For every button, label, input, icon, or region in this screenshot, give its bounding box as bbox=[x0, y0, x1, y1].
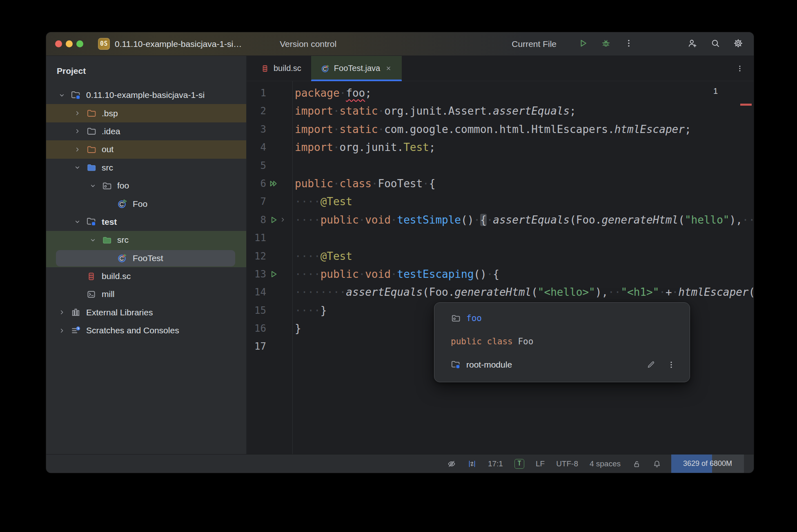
tree-item-foo[interactable]: Foo bbox=[46, 195, 246, 213]
code-text: public·class·FooTest·{ bbox=[292, 175, 435, 193]
line-number: 4 bbox=[247, 138, 266, 156]
chevron-down-icon[interactable] bbox=[58, 92, 65, 99]
tree-item-out[interactable]: out bbox=[46, 140, 246, 158]
indent-size[interactable]: 4 spaces bbox=[584, 459, 626, 468]
tree-item-src[interactable]: src bbox=[46, 159, 246, 177]
test-folder-icon bbox=[102, 235, 112, 245]
file-encoding[interactable]: UTF-8 bbox=[550, 459, 584, 468]
inspections-widget[interactable]: 1 bbox=[702, 86, 741, 96]
run-configuration-selector[interactable]: Current File bbox=[512, 39, 565, 49]
project-widget[interactable]: 0.11.10-example-basicjava-1-si… bbox=[115, 39, 251, 49]
titlebar-right-icons bbox=[675, 38, 743, 50]
search-everywhere-button[interactable] bbox=[710, 38, 720, 48]
package-folder-icon bbox=[451, 313, 461, 323]
chevron-right-icon[interactable] bbox=[58, 327, 65, 334]
settings-button[interactable] bbox=[733, 38, 743, 48]
debug-button[interactable] bbox=[601, 38, 611, 48]
code-with-me-button[interactable] bbox=[688, 38, 697, 48]
popup-row-package[interactable]: foo bbox=[434, 306, 690, 330]
chevron-right-icon[interactable] bbox=[58, 309, 65, 316]
memory-indicator[interactable]: 3629 of 6800M bbox=[671, 454, 744, 473]
tree-item-src[interactable]: src bbox=[46, 231, 246, 249]
code-line-13: 13····public·void·testEscaping()·{ bbox=[247, 265, 754, 283]
line-number: 17 bbox=[247, 337, 266, 355]
run-button[interactable] bbox=[578, 38, 588, 48]
chevron-down-icon[interactable] bbox=[74, 218, 81, 225]
line-separator[interactable]: LF bbox=[530, 459, 550, 468]
tree-item-test[interactable]: test bbox=[46, 213, 246, 231]
tree-item-0-11-10-example-basicjava-1-si[interactable]: 0.11.10-example-basicjava-1-si bbox=[46, 86, 246, 104]
project-badge: 0S bbox=[98, 38, 110, 50]
caret-position[interactable]: 17:1 bbox=[482, 459, 509, 468]
close-icon[interactable] bbox=[385, 65, 392, 72]
tree-item-label: build.sc bbox=[102, 271, 131, 281]
tree-item-foo[interactable]: foo bbox=[46, 177, 246, 195]
gutter bbox=[266, 179, 292, 188]
line-number: 1 bbox=[247, 84, 266, 102]
code-editor[interactable]: 1package·foo;2import·static·org.junit.As… bbox=[247, 81, 754, 454]
popup-row-module[interactable]: root-module bbox=[434, 353, 690, 376]
code-line-11: 11 bbox=[247, 229, 754, 247]
gutter bbox=[266, 270, 292, 279]
zoom-window-button[interactable] bbox=[76, 40, 83, 47]
readonly-toggle[interactable] bbox=[626, 459, 647, 468]
tree-item-scratches-and-consoles[interactable]: Scratches and Consoles bbox=[46, 321, 246, 339]
tree-item-build-sc[interactable]: build.sc bbox=[46, 267, 246, 285]
true-type-badge[interactable]: T bbox=[509, 459, 530, 469]
chevron-right-icon[interactable] bbox=[74, 146, 81, 153]
status-text: UTF-8 bbox=[556, 459, 578, 468]
chevron-down-icon[interactable] bbox=[735, 88, 741, 95]
chevron-down-icon[interactable] bbox=[74, 164, 81, 171]
context-info-popup: foopublic class Fooroot-module bbox=[434, 302, 690, 382]
tree-item-footest[interactable]: FooTest bbox=[46, 249, 246, 267]
edit-module-button[interactable] bbox=[646, 360, 655, 369]
package-folder-icon bbox=[102, 181, 112, 191]
tab-list-button[interactable] bbox=[736, 64, 744, 73]
minimize-window-button[interactable] bbox=[66, 40, 73, 47]
library-icon bbox=[71, 307, 81, 317]
highlighting-level[interactable] bbox=[441, 459, 462, 468]
error-stripe-mark[interactable] bbox=[740, 104, 752, 106]
close-window-button[interactable] bbox=[55, 40, 62, 47]
chevron-down-icon[interactable] bbox=[89, 182, 96, 189]
code-text: ····@Test bbox=[292, 193, 352, 211]
version-control-label: Version control bbox=[280, 39, 336, 49]
status-text: LF bbox=[536, 459, 545, 468]
tree-item-external-libraries[interactable]: External Libraries bbox=[46, 304, 246, 321]
run-icon[interactable] bbox=[269, 215, 278, 224]
notifications[interactable] bbox=[647, 459, 667, 468]
tree-item-mill[interactable]: mill bbox=[46, 285, 246, 303]
tree-item-label: External Libraries bbox=[86, 308, 153, 317]
tree-indent-spacer bbox=[74, 291, 86, 298]
chevron-right-icon[interactable] bbox=[74, 110, 81, 117]
bell-icon bbox=[652, 459, 661, 468]
chevron-down-icon[interactable] bbox=[89, 237, 96, 244]
chevron-up-icon[interactable] bbox=[724, 88, 731, 95]
code-text: ····public·void·testEscaping()·{ bbox=[292, 265, 499, 283]
code-line-2: 2import·static·org.junit.Assert.assertEq… bbox=[247, 102, 754, 120]
popup-row-code[interactable]: public class Foo bbox=[434, 330, 690, 353]
tab-build-sc[interactable]: build.sc bbox=[251, 56, 311, 81]
code-line-6: 6public·class·FooTest·{ bbox=[247, 175, 754, 193]
code-text: ····public·void·testSimple()·{·assertEqu… bbox=[292, 211, 754, 229]
status-badge: T bbox=[514, 459, 524, 469]
tree-item-bsp[interactable]: .bsp bbox=[46, 104, 246, 122]
tab-footest-java[interactable]: FooTest.java bbox=[311, 56, 402, 81]
run-all-icon[interactable] bbox=[269, 179, 278, 188]
traffic-lights bbox=[55, 40, 83, 47]
module-options-button[interactable] bbox=[667, 360, 676, 369]
title-bar: 0S 0.11.10-example-basicjava-1-si… Versi… bbox=[46, 32, 754, 56]
editor-tab-bar: build.scFooTest.java bbox=[247, 56, 754, 81]
line-number: 13 bbox=[247, 265, 266, 283]
tree-item-idea[interactable]: .idea bbox=[46, 122, 246, 140]
project-panel-header[interactable]: Project bbox=[46, 56, 246, 86]
chevron-right-icon[interactable] bbox=[74, 128, 81, 135]
fold-chevron-icon[interactable] bbox=[279, 216, 286, 223]
run-icon[interactable] bbox=[269, 270, 278, 279]
excluded-folder-icon bbox=[86, 108, 96, 118]
version-control-menu[interactable]: Version control bbox=[280, 39, 345, 49]
more-actions-button[interactable] bbox=[624, 38, 634, 48]
code-line-4: 4import·org.junit.Test; bbox=[247, 138, 754, 156]
code-indents-widget[interactable] bbox=[462, 459, 482, 468]
chevron-down-icon bbox=[245, 41, 251, 47]
